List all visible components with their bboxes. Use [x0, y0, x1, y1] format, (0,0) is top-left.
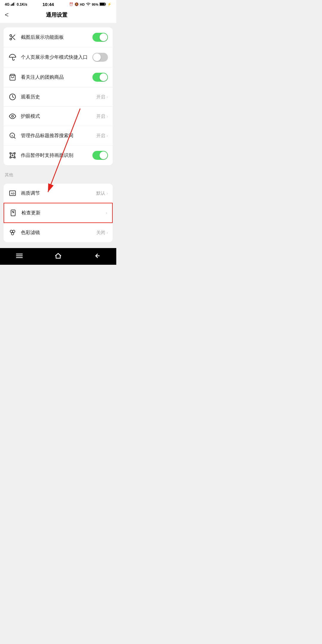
hd-icon: HD: [80, 3, 85, 6]
setting-row-video-quality[interactable]: AD 画质调节 默认 ›: [4, 184, 113, 203]
toggle-screenshot[interactable]: [92, 33, 108, 42]
svg-rect-0: [11, 4, 12, 6]
other-settings-card: AD 画质调节 默认 ›: [4, 184, 113, 203]
setting-value-history: 开启 ›: [96, 94, 108, 100]
eye-status: 开启: [96, 114, 105, 119]
status-time: 10:44: [43, 2, 54, 7]
status-bar: 4G 0.1K/s 10:44 ⏰ 🔕 HD 95%: [0, 0, 116, 8]
setting-row-manage-search[interactable]: A 管理作品标题推荐搜索词 开启 ›: [4, 126, 113, 145]
eye-icon: [8, 112, 17, 120]
svg-rect-1: [12, 4, 13, 6]
setting-row-check-update[interactable]: 检查更新 ›: [4, 203, 112, 222]
page-title: 通用设置: [12, 11, 102, 18]
color-icon: [8, 228, 17, 237]
setting-value-quality: 默认 ›: [96, 191, 108, 196]
bottom-nav: [0, 248, 116, 265]
bottom-home-icon[interactable]: [55, 252, 62, 259]
chevron-eye: ›: [106, 114, 108, 119]
svg-point-17: [12, 155, 13, 156]
setting-label-eye: 护眼模式: [21, 113, 96, 120]
svg-rect-5: [100, 3, 105, 5]
svg-text:A: A: [11, 134, 13, 137]
color-filter-card: 色彩滤镜 关闭 ›: [4, 223, 113, 242]
status-left: 4G 0.1K/s: [5, 2, 27, 7]
setting-row-image-recognition[interactable]: 作品暂停时支持画面识别: [4, 145, 113, 165]
silent-icon: 🔕: [75, 2, 79, 6]
svg-line-15: [14, 137, 15, 138]
setting-row-eye-protection[interactable]: 护眼模式 开启 ›: [4, 107, 113, 126]
chevron-history: ›: [106, 95, 108, 99]
charging-icon: ⚡: [107, 2, 112, 6]
setting-row-color-filter[interactable]: 色彩滤镜 关闭 ›: [4, 223, 113, 242]
wifi-icon: [86, 2, 91, 7]
setting-label-youth: 个人页展示青少年模式快捷入口: [21, 54, 92, 61]
color-status: 关闭: [96, 230, 105, 236]
setting-row-youth-mode[interactable]: 个人页展示青少年模式快捷入口: [4, 47, 113, 67]
svg-line-9: [13, 38, 15, 40]
svg-rect-3: [14, 2, 15, 6]
bottom-back-icon[interactable]: [93, 252, 100, 259]
toggle-youth[interactable]: [92, 53, 108, 62]
battery-percent: 95%: [92, 3, 98, 6]
main-settings-card: 截图后展示功能面板 个人页展示青少年模式快捷入口 看关注人的团购商品: [4, 27, 113, 165]
search-status: 开启: [96, 133, 105, 139]
check-update-wrapper: 检查更新 ›: [4, 203, 113, 223]
setting-label-screenshot: 截图后展示功能面板: [21, 34, 92, 41]
svg-point-23: [13, 230, 15, 233]
signal-bars: [11, 2, 16, 7]
setting-value-search: 开启 ›: [96, 133, 108, 139]
scan-icon: [8, 151, 17, 160]
setting-label-history: 观看历史: [21, 94, 96, 100]
ad-icon: AD: [8, 189, 17, 197]
bottom-menu-icon[interactable]: [16, 253, 23, 258]
chevron-quality: ›: [106, 191, 108, 196]
setting-row-group-buy[interactable]: 看关注人的团购商品: [4, 67, 113, 87]
svg-point-24: [11, 233, 14, 235]
quality-status: 默认: [96, 191, 105, 196]
check-update-highlight-box: 检查更新 ›: [4, 203, 113, 223]
history-status: 开启: [96, 94, 105, 100]
back-button[interactable]: <: [5, 11, 9, 19]
alarm-icon: ⏰: [69, 2, 73, 6]
setting-value-update: ›: [106, 210, 107, 215]
setting-label-search: 管理作品标题推荐搜索词: [21, 133, 96, 139]
svg-text:AD: AD: [11, 192, 15, 195]
chevron-update: ›: [106, 210, 107, 215]
chevron-color: ›: [106, 230, 108, 235]
other-section-label: 其他: [0, 169, 116, 179]
bag-icon: [8, 73, 17, 81]
umbrella-icon: [8, 53, 17, 61]
main-content: 截图后展示功能面板 个人页展示青少年模式快捷入口 看关注人的团购商品: [0, 27, 116, 242]
svg-point-22: [10, 230, 13, 233]
toggle-recognition[interactable]: [92, 151, 108, 160]
setting-label-color: 色彩滤镜: [21, 230, 96, 236]
scissors-icon: [8, 33, 17, 41]
setting-value-eye: 开启 ›: [96, 114, 108, 119]
setting-row-watch-history[interactable]: 观看历史 开启 ›: [4, 87, 113, 107]
update-icon: [9, 209, 17, 217]
setting-label-update: 检查更新: [21, 210, 106, 216]
svg-point-13: [12, 115, 13, 117]
svg-rect-2: [13, 3, 14, 6]
setting-label-groupbuy: 看关注人的团购商品: [21, 74, 92, 80]
setting-label-quality: 画质调节: [21, 190, 96, 196]
setting-label-recognition: 作品暂停时支持画面识别: [21, 152, 92, 159]
toggle-groupbuy[interactable]: [92, 73, 108, 82]
network-speed: 0.1K/s: [17, 2, 27, 7]
navigation-bar: < 通用设置: [0, 8, 116, 23]
setting-row-screenshot-panel[interactable]: 截图后展示功能面板: [4, 27, 113, 47]
clock-icon: [8, 93, 17, 101]
setting-value-color: 关闭 ›: [96, 230, 108, 236]
search-a-icon: A: [8, 131, 17, 140]
status-right: ⏰ 🔕 HD 95% ⚡: [69, 2, 112, 7]
chevron-search: ›: [106, 133, 108, 138]
signal-text: 4G: [5, 2, 10, 7]
battery-icon: [100, 2, 106, 7]
svg-line-10: [11, 36, 13, 37]
